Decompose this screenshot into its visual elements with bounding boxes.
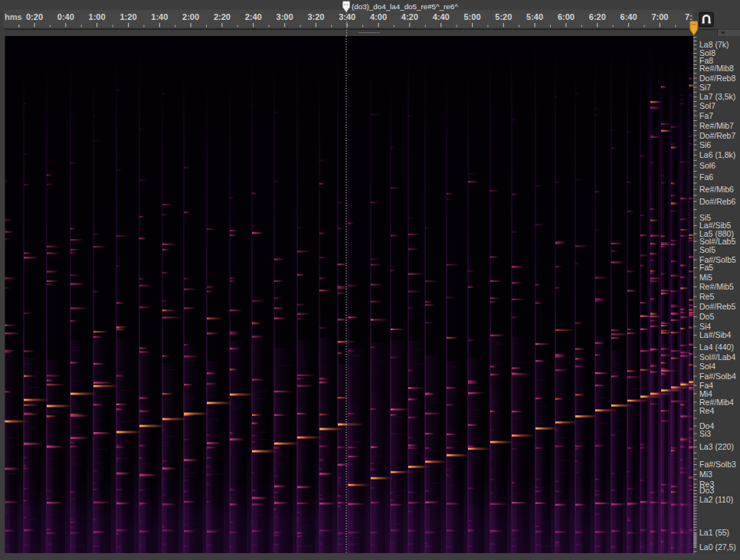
svg-text:Fa7: Fa7: [699, 111, 713, 120]
svg-text:1:00: 1:00: [89, 12, 106, 21]
svg-text:5:20: 5:20: [495, 12, 512, 21]
svg-text:Mi3: Mi3: [699, 470, 712, 479]
svg-text:Fa6: Fa6: [699, 172, 713, 182]
svg-text:Do#/Reb6: Do#/Reb6: [699, 197, 735, 206]
svg-text:Do#/Reb5: Do#/Reb5: [699, 302, 735, 311]
svg-text:4:00: 4:00: [370, 12, 387, 21]
svg-text:Re#/Mib5: Re#/Mib5: [699, 282, 734, 291]
svg-text:Do#/Reb8: Do#/Reb8: [699, 74, 735, 83]
svg-text:0:40: 0:40: [57, 12, 74, 21]
svg-text:2:00: 2:00: [182, 12, 199, 21]
svg-text:La1 (55): La1 (55): [699, 528, 729, 537]
svg-text:3:40: 3:40: [339, 12, 355, 21]
svg-text:Do5: Do5: [699, 312, 714, 321]
svg-text:La0 (27,5): La0 (27,5): [699, 542, 736, 552]
svg-text:6:20: 6:20: [589, 12, 606, 21]
svg-text:La4 (440): La4 (440): [699, 342, 734, 352]
svg-text:Sol5: Sol5: [699, 245, 715, 254]
svg-text:1:20: 1:20: [120, 12, 136, 21]
svg-text:3:20: 3:20: [307, 12, 324, 21]
svg-text:Re#/Mib8: Re#/Mib8: [699, 64, 734, 73]
svg-text:2:40: 2:40: [245, 12, 262, 21]
svg-text:Sol#/Lab5: Sol#/Lab5: [699, 237, 735, 246]
svg-text:5:00: 5:00: [463, 12, 480, 21]
svg-text:La#/Sib4: La#/Sib4: [699, 330, 732, 339]
svg-text:Fa#/Solb4: Fa#/Solb4: [699, 372, 736, 381]
svg-text:4:40: 4:40: [433, 12, 450, 21]
svg-text:5:40: 5:40: [526, 12, 543, 21]
svg-text:Mi5: Mi5: [699, 273, 712, 282]
svg-text:hms: hms: [5, 12, 22, 21]
svg-text:Si3: Si3: [699, 429, 711, 438]
svg-text:3:00: 3:00: [277, 12, 293, 21]
svg-text:2:20: 2:20: [214, 12, 231, 21]
svg-text:Si4: Si4: [699, 322, 711, 331]
svg-text:La6 (1,8k): La6 (1,8k): [699, 150, 735, 159]
svg-text:Si7: Si7: [699, 83, 711, 92]
svg-text:Re#/Mib6: Re#/Mib6: [699, 185, 734, 194]
svg-text:6:40: 6:40: [620, 12, 637, 21]
svg-text:7:00: 7:00: [651, 12, 668, 21]
svg-text:Re#/Mib7: Re#/Mib7: [699, 121, 734, 130]
svg-text:0:20: 0:20: [26, 12, 43, 21]
svg-text:La7 (3,5k): La7 (3,5k): [699, 92, 735, 101]
svg-text:La3 (220): La3 (220): [699, 442, 734, 451]
svg-text:(do3)_do4_la4_do5_re#5^_re6^: (do3)_do4_la4_do5_re#5^_re6^: [352, 2, 458, 11]
svg-text:1:40: 1:40: [151, 12, 168, 21]
svg-text:Si6: Si6: [699, 140, 711, 149]
svg-text:Sol6: Sol6: [699, 161, 715, 170]
svg-text:6:00: 6:00: [558, 12, 575, 21]
svg-text:Sol#/Lab4: Sol#/Lab4: [699, 352, 735, 362]
svg-text:Re5: Re5: [699, 292, 714, 301]
svg-text:7:: 7:: [685, 12, 693, 21]
svg-text:Do#/Reb7: Do#/Reb7: [699, 131, 735, 140]
svg-text:La2 (110): La2 (110): [699, 495, 733, 504]
svg-text:4:20: 4:20: [401, 12, 418, 21]
svg-text:Re4: Re4: [699, 406, 714, 415]
svg-text:Fa#/Solb3: Fa#/Solb3: [699, 460, 736, 469]
svg-text:Sol4: Sol4: [699, 362, 715, 371]
svg-text:Sol7: Sol7: [699, 101, 715, 110]
svg-text:Do3: Do3: [699, 486, 714, 495]
svg-text:Fa5: Fa5: [699, 263, 713, 272]
